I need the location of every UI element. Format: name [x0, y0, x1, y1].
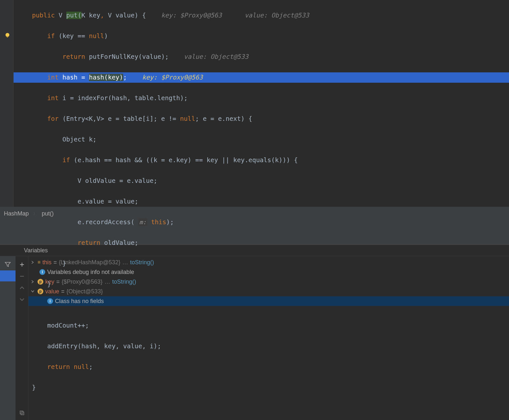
code-line[interactable] [17, 300, 509, 310]
code-line[interactable]: return oldValue; [17, 238, 509, 248]
code-area[interactable]: public V put(K key, V value) { key: $Pro… [14, 0, 509, 414]
code-line[interactable]: } [17, 279, 509, 289]
code-line[interactable]: V oldValue = e.value; [17, 176, 509, 186]
code-line[interactable]: for (Entry<K,V> e = table[i]; e != null;… [17, 114, 509, 124]
gutter [0, 0, 14, 207]
code-line[interactable]: return null; [17, 362, 509, 372]
debug-toolbar-left [0, 256, 16, 420]
code-line[interactable]: e.recordAccess( m: this); [17, 217, 509, 227]
code-line[interactable]: e.value = value; [17, 196, 509, 207]
intention-bulb-icon[interactable] [5, 32, 10, 38]
svg-rect-1 [7, 37, 8, 37]
code-line[interactable]: int i = indexFor(hash, table.length); [17, 93, 509, 103]
code-line[interactable]: if (e.hash == hash && ((k = e.key) == ke… [17, 155, 509, 165]
filter-icon[interactable] [4, 261, 12, 268]
code-line[interactable]: } [17, 383, 509, 393]
code-line[interactable]: addEntry(hash, key, value, i); [17, 341, 509, 352]
svg-point-0 [5, 33, 9, 37]
code-line[interactable]: return putForNullKey(value); value: Obje… [17, 52, 509, 62]
code-line[interactable]: public V put(K key, V value) { key: $Pro… [17, 10, 509, 21]
code-line[interactable]: } [17, 258, 509, 269]
code-line-current[interactable]: int hash = hash(key); key: $Proxy0@563 [0, 72, 509, 83]
code-line[interactable]: modCount++; [17, 320, 509, 331]
code-line[interactable]: if (key == null) [17, 31, 509, 41]
filter-selected-indicator[interactable] [0, 270, 16, 281]
code-editor[interactable]: public V put(K key, V value) { key: $Pro… [0, 0, 509, 207]
code-line[interactable]: Object k; [17, 134, 509, 145]
